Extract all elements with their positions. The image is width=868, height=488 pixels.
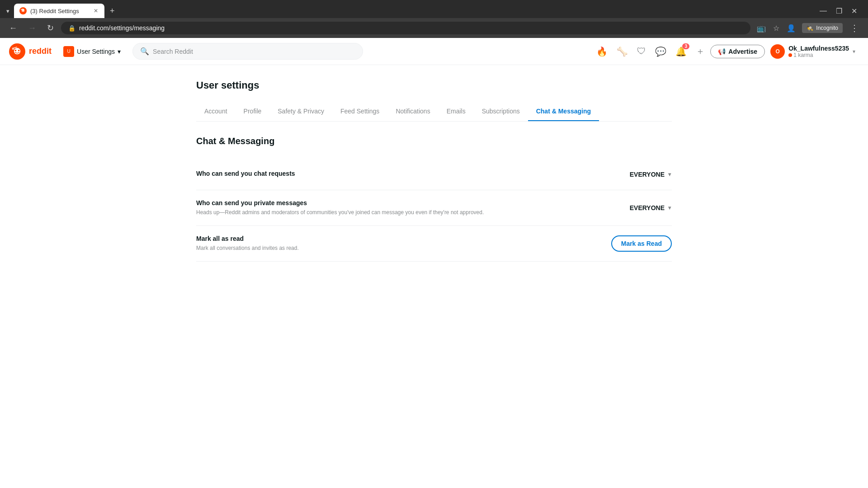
advertise-icon: 📢 (718, 48, 726, 55)
reload-button[interactable]: ↻ (43, 21, 57, 35)
close-button[interactable]: ✕ (848, 5, 861, 17)
search-placeholder: Search Reddit (153, 48, 193, 55)
reddit-logo[interactable]: reddit (9, 43, 52, 60)
tab-account[interactable]: Account (196, 102, 236, 121)
karma-count: 1 karma (793, 52, 813, 58)
chat-requests-control: EVERYONE ▾ (629, 168, 672, 181)
lock-icon: 🔒 (68, 25, 75, 32)
bookmark-icon[interactable]: ☆ (770, 22, 782, 34)
incognito-badge: 🕵️ Incognito (802, 23, 843, 33)
tab-title: (3) Reddit Settings (30, 8, 89, 14)
settings-page-title: User settings (196, 80, 672, 91)
tab-close-button[interactable]: ✕ (93, 7, 99, 15)
user-settings-dropdown[interactable]: U User Settings ▾ (59, 43, 125, 60)
tab-feed-settings[interactable]: Feed Settings (332, 102, 387, 121)
header-actions: 🔥 🦴 🛡 💬 🔔 3 ＋ (593, 42, 859, 61)
username: Ok_Lawfulness5235 (788, 45, 849, 52)
user-profile-chevron: ▾ (853, 48, 855, 55)
settings-row-mark-all-read: Mark all as read Mark all conversations … (196, 226, 672, 262)
address-bar[interactable]: 🔒 reddit.com/settings/messaging (61, 22, 750, 34)
mark-as-read-button[interactable]: Mark as Read (611, 235, 672, 252)
shield-icon-button[interactable]: 🛡 (633, 42, 650, 60)
user-avatar: O (770, 44, 785, 59)
advertise-label: Advertise (728, 48, 757, 55)
karma-badge: 1 karma (788, 52, 849, 58)
add-icon-button[interactable]: ＋ (692, 42, 708, 61)
chat-requests-label: Who can send you chat requests (196, 170, 513, 177)
chat-requests-dropdown-arrow: ▾ (668, 171, 671, 178)
popular-icon: 🔥 (596, 47, 608, 56)
settings-container: User settings Account Profile Safety & P… (185, 65, 683, 276)
private-messages-dropdown-arrow: ▾ (668, 205, 671, 211)
back-button[interactable]: ← (5, 22, 21, 35)
section-heading: Chat & Messaging (196, 136, 672, 146)
incognito-label: Incognito (816, 25, 838, 31)
svg-point-7 (15, 49, 17, 51)
shield-icon: 🛡 (637, 46, 646, 56)
tab-subscriptions[interactable]: Subscriptions (474, 102, 528, 121)
svg-point-8 (18, 49, 20, 51)
url-text: reddit.com/settings/messaging (79, 24, 743, 32)
notifications-icon-button[interactable]: 🔔 3 (672, 42, 690, 61)
maximize-button[interactable]: ❐ (832, 5, 846, 17)
mark-all-read-control: Mark as Read (611, 235, 672, 252)
private-messages-dropdown[interactable]: EVERYONE ▾ (629, 202, 672, 214)
tab-emails[interactable]: Emails (439, 102, 474, 121)
incognito-icon: 🕵️ (807, 25, 813, 31)
search-bar[interactable]: 🔍 Search Reddit (132, 43, 363, 60)
coins-icon-button[interactable]: 🦴 (613, 42, 632, 61)
profile-icon[interactable]: 👤 (784, 22, 798, 34)
plus-icon: ＋ (696, 46, 705, 56)
user-settings-label: User Settings (77, 48, 115, 55)
mark-all-read-info: Mark all as read Mark all conversations … (196, 235, 513, 252)
karma-dot-icon (788, 53, 792, 57)
chat-icon-button[interactable]: 💬 (651, 42, 670, 61)
private-messages-desc: Heads up—Reddit admins and moderators of… (196, 208, 513, 216)
svg-point-2 (22, 10, 23, 11)
coins-icon: 🦴 (617, 47, 628, 56)
user-profile-button[interactable]: O Ok_Lawfulness5235 1 karma ▾ (767, 42, 859, 61)
chat-requests-value: EVERYONE (630, 171, 665, 178)
cast-icon[interactable]: 📺 (754, 22, 769, 34)
chat-requests-dropdown[interactable]: EVERYONE ▾ (629, 168, 672, 181)
tab-notifications[interactable]: Notifications (387, 102, 438, 121)
user-settings-chevron: ▾ (118, 48, 121, 55)
new-tab-button[interactable]: + (106, 5, 118, 18)
chat-icon: 💬 (655, 47, 666, 56)
private-messages-value: EVERYONE (630, 204, 665, 211)
minimize-button[interactable]: — (816, 5, 830, 17)
private-messages-control: EVERYONE ▾ (629, 202, 672, 214)
tab-favicon (19, 7, 27, 14)
svg-point-10 (13, 48, 14, 49)
popular-icon-button[interactable]: 🔥 (593, 42, 611, 61)
svg-point-3 (24, 10, 25, 11)
reddit-header: reddit U User Settings ▾ 🔍 Search Reddit… (0, 38, 868, 65)
settings-row-chat-requests: Who can send you chat requests EVERYONE … (196, 159, 672, 190)
search-icon: 🔍 (140, 47, 149, 56)
notification-badge: 3 (682, 43, 689, 49)
advertise-button[interactable]: 📢 Advertise (710, 45, 765, 58)
settings-row-private-messages: Who can send you private messages Heads … (196, 190, 672, 226)
user-settings-avatar: U (63, 46, 74, 57)
private-messages-info: Who can send you private messages Heads … (196, 199, 513, 216)
private-messages-label: Who can send you private messages (196, 199, 513, 206)
browser-more-button[interactable]: ⋮ (846, 21, 863, 35)
reddit-logo-text: reddit (29, 47, 52, 56)
forward-button[interactable]: → (24, 22, 40, 35)
tab-chat-messaging[interactable]: Chat & Messaging (528, 102, 599, 121)
mark-all-read-desc: Mark all conversations and invites as re… (196, 244, 513, 252)
active-tab[interactable]: (3) Reddit Settings ✕ (14, 4, 104, 18)
chat-requests-info: Who can send you chat requests (196, 170, 513, 179)
tab-safety-privacy[interactable]: Safety & Privacy (269, 102, 332, 121)
tab-list-button[interactable]: ▾ (4, 6, 12, 16)
tab-profile[interactable]: Profile (236, 102, 270, 121)
mark-all-read-label: Mark all as read (196, 235, 513, 242)
settings-tabs: Account Profile Safety & Privacy Feed Se… (196, 102, 672, 122)
